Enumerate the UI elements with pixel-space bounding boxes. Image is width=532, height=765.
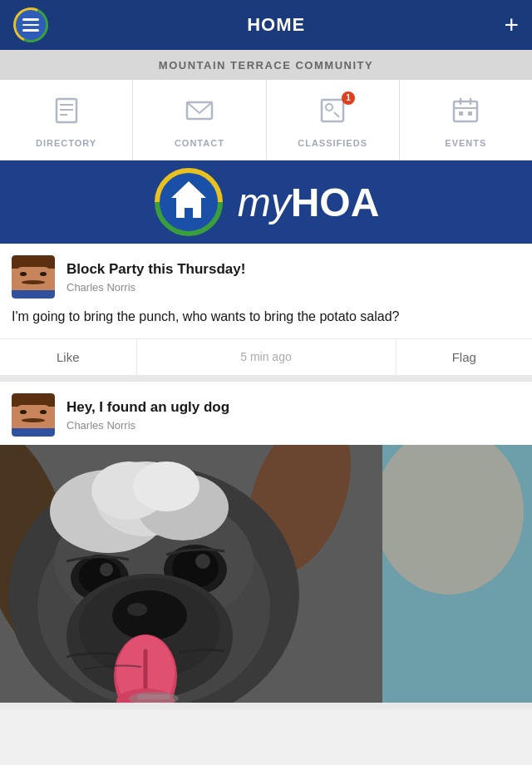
feed: Block Party this Thursday! Charles Norri… bbox=[0, 244, 532, 709]
classifieds-badge: 1 bbox=[342, 91, 355, 105]
app-banner: my HOA bbox=[0, 160, 532, 244]
nav-tile-events[interactable]: EVENTS bbox=[400, 80, 532, 160]
app-header: HOME + bbox=[0, 0, 532, 50]
events-icon bbox=[450, 95, 481, 131]
svg-rect-12 bbox=[459, 111, 463, 116]
directory-icon bbox=[51, 95, 82, 131]
page-title: HOME bbox=[247, 14, 305, 36]
svg-point-39 bbox=[127, 603, 147, 616]
avatar-2 bbox=[12, 393, 55, 437]
add-button[interactable]: + bbox=[504, 12, 519, 37]
svg-point-38 bbox=[112, 590, 187, 640]
post-timestamp-1: 5 min ago bbox=[137, 339, 397, 375]
post-meta-1: Block Party this Thursday! Charles Norri… bbox=[66, 260, 520, 293]
brand-my: my bbox=[238, 180, 291, 225]
post-title-1: Block Party this Thursday! bbox=[66, 260, 520, 279]
post-author-1: Charles Norris bbox=[66, 281, 520, 294]
nav-tile-contact[interactable]: CONTACT bbox=[133, 80, 266, 160]
svg-rect-45 bbox=[137, 694, 170, 699]
community-bar: MOUNTAIN TERRACE COMMUNITY bbox=[0, 50, 532, 80]
nav-tiles: DIRECTORY CONTACT 1 CLASSIFIEDS bbox=[0, 80, 532, 160]
banner-brand: my HOA bbox=[238, 180, 380, 225]
community-name: MOUNTAIN TERRACE COMMUNITY bbox=[159, 59, 373, 72]
svg-rect-5 bbox=[322, 100, 343, 121]
svg-point-35 bbox=[195, 554, 210, 569]
svg-line-7 bbox=[334, 112, 339, 117]
flag-button-1[interactable]: Flag bbox=[397, 339, 533, 375]
classifieds-icon: 1 bbox=[317, 95, 348, 131]
post-actions-1: Like 5 min ago Flag bbox=[0, 338, 532, 375]
svg-point-6 bbox=[326, 104, 332, 111]
post-header-1: Block Party this Thursday! Charles Norri… bbox=[0, 244, 532, 307]
svg-point-29 bbox=[133, 461, 200, 511]
post-title-2: Hey, I found an ugly dog bbox=[66, 398, 520, 417]
events-label: EVENTS bbox=[445, 138, 486, 148]
banner-logo bbox=[153, 166, 224, 238]
hamburger-icon bbox=[22, 18, 39, 32]
post-ugly-dog: Hey, I found an ugly dog Charles Norris bbox=[0, 382, 532, 709]
post-block-party: Block Party this Thursday! Charles Norri… bbox=[0, 244, 532, 382]
post-meta-2: Hey, I found an ugly dog Charles Norris bbox=[66, 398, 520, 431]
svg-rect-13 bbox=[468, 111, 472, 116]
contact-icon bbox=[184, 95, 215, 131]
like-button-1[interactable]: Like bbox=[0, 339, 137, 375]
post-header-2: Hey, I found an ugly dog Charles Norris bbox=[0, 382, 532, 445]
nav-tile-directory[interactable]: DIRECTORY bbox=[0, 80, 133, 160]
post-author-2: Charles Norris bbox=[66, 419, 520, 432]
directory-label: DIRECTORY bbox=[36, 138, 96, 148]
post-body-1: I'm going to bring the punch, who wants … bbox=[0, 307, 532, 338]
svg-rect-8 bbox=[454, 101, 477, 121]
svg-point-34 bbox=[100, 563, 113, 576]
classifieds-label: CLASSIFIEDS bbox=[298, 138, 367, 148]
brand-hoa: HOA bbox=[291, 180, 380, 225]
post-image-ugly-dog bbox=[0, 445, 532, 703]
avatar-1 bbox=[12, 255, 55, 299]
contact-label: CONTACT bbox=[175, 138, 224, 148]
nav-tile-classifieds[interactable]: 1 CLASSIFIEDS bbox=[267, 80, 400, 160]
menu-button[interactable] bbox=[13, 7, 48, 42]
